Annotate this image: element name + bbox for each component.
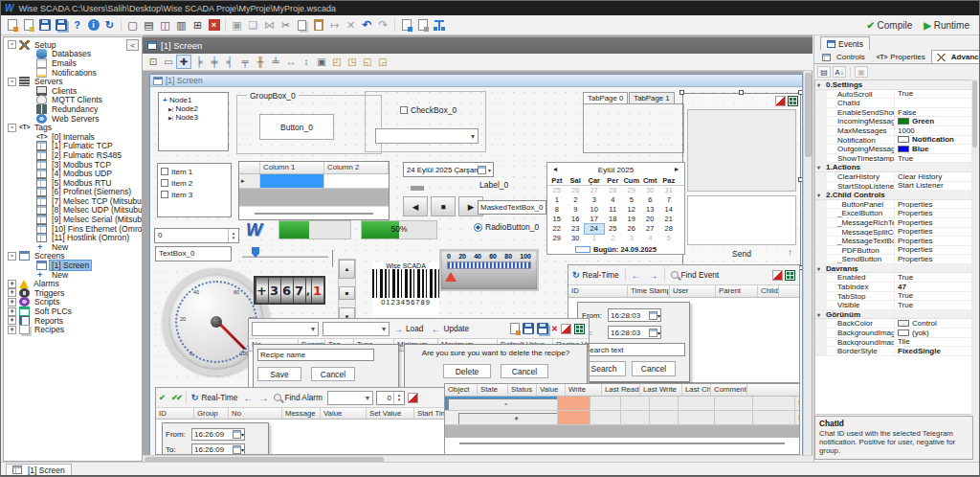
- tree-item[interactable]: Notifications: [4, 68, 142, 78]
- tree-expander[interactable]: [25, 178, 33, 187]
- recipe-name-combo[interactable]: ▾: [323, 322, 390, 336]
- collapse-panel-button[interactable]: <: [126, 39, 139, 51]
- window-split-bottom-icon[interactable]: ▤: [141, 17, 157, 34]
- tree-item[interactable]: New: [4, 270, 142, 280]
- tree-item[interactable]: [1] Screen: [4, 261, 142, 270]
- save-icon[interactable]: [36, 17, 53, 34]
- search-text-input[interactable]: Search text: [582, 343, 685, 356]
- alarm-back-button[interactable]: ←: [240, 388, 256, 407]
- import-icon[interactable]: [414, 17, 431, 34]
- checkbox-icon[interactable]: [400, 106, 408, 114]
- refresh-icon[interactable]: ↻: [101, 17, 118, 34]
- column-header[interactable]: ID: [156, 408, 194, 419]
- same-width-icon[interactable]: ↔: [283, 55, 299, 69]
- delete-button[interactable]: Delete: [443, 364, 491, 378]
- tree-expander[interactable]: [25, 68, 33, 77]
- checkedlist-item[interactable]: Item 2: [161, 177, 231, 189]
- tree-expander[interactable]: +: [8, 280, 16, 288]
- tree-item[interactable]: [0] Internals: [4, 132, 142, 142]
- property-row[interactable]: BackColor Control: [815, 319, 972, 329]
- column-header[interactable]: Value: [321, 408, 367, 419]
- tree-item[interactable]: + Scripts: [4, 298, 142, 307]
- column-header[interactable]: Comment: [711, 384, 747, 396]
- tree-item[interactable]: MQTT Clients: [4, 96, 142, 105]
- calendar-day-cell[interactable]: 6: [641, 195, 660, 205]
- recipe-group-combo[interactable]: ▾: [252, 322, 319, 336]
- tab-events[interactable]: Events: [820, 36, 870, 50]
- property-row[interactable]: ▾Görünüm: [815, 310, 972, 320]
- org-chart-icon[interactable]: [431, 17, 447, 34]
- bring-to-front-icon[interactable]: ◰: [329, 55, 345, 69]
- calendar-day-cell[interactable]: 27: [641, 224, 660, 234]
- calendar-day-cell[interactable]: 10: [585, 205, 604, 215]
- connector-icon[interactable]: ⋈: [261, 17, 278, 34]
- column-header[interactable]: Write: [566, 384, 602, 396]
- find-alarm-button[interactable]: Find Alarm: [271, 388, 325, 407]
- move-crosshair-icon[interactable]: ✚: [176, 55, 191, 69]
- events-refresh-button[interactable]: ↻Real-Time: [568, 265, 623, 284]
- find-event-button[interactable]: Find Event: [667, 265, 724, 284]
- tree-expander[interactable]: [25, 234, 33, 242]
- property-value[interactable]: Clear History: [898, 172, 942, 181]
- property-value[interactable]: Properties: [898, 246, 932, 255]
- alarm-refresh-button[interactable]: ↻Real-Time: [189, 388, 241, 407]
- recipe-saveas-icon[interactable]: [537, 323, 548, 334]
- tree-expander[interactable]: [25, 170, 33, 178]
- tree-expander[interactable]: [25, 270, 33, 279]
- tree-expander[interactable]: [25, 224, 33, 233]
- calendar-day-cell[interactable]: 30: [641, 186, 660, 195]
- property-value[interactable]: 47: [898, 283, 906, 291]
- tree-item[interactable]: - Setup: [4, 40, 142, 50]
- property-value[interactable]: Green: [912, 117, 934, 125]
- tree-expander[interactable]: +: [8, 298, 16, 307]
- tree-expander[interactable]: [25, 142, 33, 150]
- category-chevron-icon[interactable]: ▾: [817, 265, 826, 273]
- send-to-back-icon[interactable]: ◳: [345, 55, 360, 69]
- item-checkbox-icon[interactable]: [161, 191, 168, 198]
- recipe-name-input[interactable]: Recipe name: [257, 349, 374, 361]
- property-row[interactable]: TabIndex 47: [815, 283, 972, 292]
- calendar-day-cell[interactable]: 26: [567, 186, 586, 195]
- ack-all-alarms-icon[interactable]: ✔✔: [168, 388, 184, 407]
- pdf-export-icon[interactable]: [775, 96, 786, 106]
- property-value[interactable]: Properties: [898, 218, 932, 227]
- property-row[interactable]: ChatId: [815, 99, 972, 108]
- property-row[interactable]: IncomingMessageColor Green: [815, 117, 972, 126]
- delete-icon[interactable]: ✕: [343, 17, 359, 34]
- tree-expander[interactable]: [25, 242, 33, 251]
- column-header[interactable]: Set Value: [367, 408, 414, 419]
- tree-node[interactable]: Node1: [169, 96, 192, 104]
- category-chevron-icon[interactable]: ▾: [817, 164, 826, 171]
- calendar-day-cell[interactable]: 16: [567, 215, 586, 224]
- window-split-right-icon[interactable]: ▥: [173, 17, 189, 34]
- calendar-footer[interactable]: Bugün: 24.09.2025: [593, 245, 657, 254]
- bring-forward-icon[interactable]: ◱: [360, 55, 375, 69]
- property-row[interactable]: Visible True: [815, 301, 972, 310]
- trackbar-control[interactable]: [242, 247, 328, 262]
- tree-expander[interactable]: [25, 96, 33, 104]
- item-checkbox-icon[interactable]: [161, 168, 168, 175]
- property-row[interactable]: MaxMessages 1000: [815, 126, 972, 136]
- category-chevron-icon[interactable]: ▾: [817, 81, 826, 89]
- property-row[interactable]: ▾0.Settings: [815, 80, 972, 90]
- tab-tabpage1[interactable]: TabPage 1: [629, 92, 674, 103]
- propertygrid-scroll-thumb[interactable]: [972, 80, 977, 148]
- tree-item[interactable]: [1] Fulmatic TCP: [4, 142, 142, 151]
- tree-expander[interactable]: -: [8, 40, 16, 49]
- cut-icon[interactable]: ✂: [278, 17, 294, 34]
- tree-item[interactable]: Clients: [4, 86, 142, 96]
- grid-column-header[interactable]: Column 1: [260, 162, 324, 173]
- send-backward-icon[interactable]: ◲: [375, 55, 390, 69]
- selection-handle[interactable]: [798, 90, 802, 95]
- column-header[interactable]: Value: [537, 384, 566, 396]
- scroll-thumb[interactable]: ■: [339, 286, 355, 300]
- propertygrid-scrollbar[interactable]: [971, 80, 978, 415]
- calendar-day-cell[interactable]: 28: [604, 186, 623, 195]
- tree-item[interactable]: Web Servers: [4, 114, 142, 124]
- property-value[interactable]: Properties: [898, 255, 932, 263]
- tab-tabpage0[interactable]: TabPage 0: [583, 92, 628, 103]
- excel-export-icon[interactable]: [788, 96, 798, 106]
- tree-expander[interactable]: [25, 261, 33, 270]
- tree-item[interactable]: Databases: [4, 50, 142, 59]
- help-icon[interactable]: ?: [69, 17, 85, 34]
